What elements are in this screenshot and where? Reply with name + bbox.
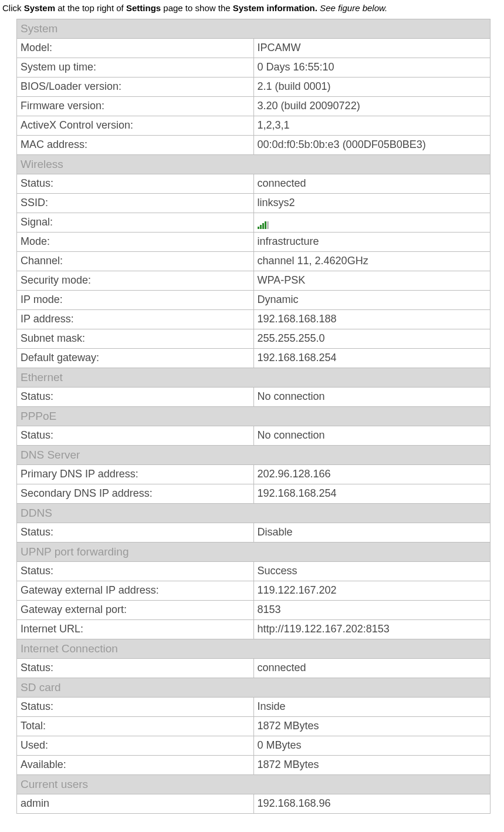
row-label: Internet URL: xyxy=(17,620,254,639)
row-label: ActiveX Control version: xyxy=(17,116,254,136)
row-label: Available: xyxy=(17,756,254,775)
row-value: Dynamic xyxy=(253,291,491,310)
instruction-bold3: System information. xyxy=(233,3,317,13)
row-label: Channel: xyxy=(17,252,254,271)
row-label: Status: xyxy=(17,562,254,581)
row-label: Secondary DNS IP address: xyxy=(17,484,254,504)
row-value: 1,2,3,1 xyxy=(253,116,491,136)
row-value: connected xyxy=(253,659,491,678)
row-label: SSID: xyxy=(17,194,254,213)
section-header: Current users xyxy=(17,775,491,794)
row-value: 00:0d:f0:5b:0b:e3 (000DF05B0BE3) xyxy=(253,136,491,155)
section-header: Wireless xyxy=(17,155,491,174)
row-value: connected xyxy=(253,174,491,194)
instruction-bold1: System xyxy=(24,3,55,13)
row-value: 255.255.255.0 xyxy=(253,329,491,349)
row-label: Signal: xyxy=(17,213,254,233)
section-header: SD card xyxy=(17,678,491,698)
row-value: IPCAMW xyxy=(253,39,491,58)
row-label: Model: xyxy=(17,39,254,58)
system-info-table: SystemModel:IPCAMWSystem up time:0 Days … xyxy=(16,19,491,814)
row-label: Mode: xyxy=(17,233,254,252)
row-value: 192.168.168.254 xyxy=(253,349,491,368)
row-value: http://119.122.167.202:8153 xyxy=(253,620,491,639)
row-value: 8153 xyxy=(253,601,491,620)
section-header: UPNP port forwarding xyxy=(17,543,491,562)
row-label: Total: xyxy=(17,717,254,736)
row-value: 202.96.128.166 xyxy=(253,465,491,484)
instruction-prefix: Click xyxy=(2,3,24,13)
row-value: linksys2 xyxy=(253,194,491,213)
row-value: 192.168.168.96 xyxy=(253,794,491,814)
row-label: Status: xyxy=(17,698,254,717)
row-label: Status: xyxy=(17,426,254,446)
row-label: admin xyxy=(17,794,254,814)
system-info-table-wrap: SystemModel:IPCAMWSystem up time:0 Days … xyxy=(16,19,491,814)
row-label: BIOS/Loader version: xyxy=(17,78,254,97)
instruction-bold2: Settings xyxy=(126,3,161,13)
row-value: 1872 MBytes xyxy=(253,756,491,775)
row-value xyxy=(253,213,491,233)
row-value: No connection xyxy=(253,388,491,407)
signal-strength-icon xyxy=(258,216,269,224)
row-label: MAC address: xyxy=(17,136,254,155)
row-label: Firmware version: xyxy=(17,97,254,116)
row-value: 0 Days 16:55:10 xyxy=(253,58,491,78)
page-container: Click System at the top right of Setting… xyxy=(0,0,504,832)
row-value: No connection xyxy=(253,426,491,446)
row-value: 0 MBytes xyxy=(253,736,491,756)
row-value: 3.20 (build 20090722) xyxy=(253,97,491,116)
instruction-italic: See figure below. xyxy=(317,3,387,13)
row-label: IP mode: xyxy=(17,291,254,310)
instruction-mid1: at the top right of xyxy=(55,3,126,13)
section-header: DDNS xyxy=(17,504,491,523)
row-value: 192.168.168.254 xyxy=(253,484,491,504)
row-label: Status: xyxy=(17,174,254,194)
row-label: Security mode: xyxy=(17,271,254,291)
row-label: Status: xyxy=(17,523,254,543)
row-value: Success xyxy=(253,562,491,581)
row-value: 2.1 (build 0001) xyxy=(253,78,491,97)
section-header: PPPoE xyxy=(17,407,491,426)
row-label: Used: xyxy=(17,736,254,756)
section-header: System xyxy=(17,19,491,39)
row-value: WPA-PSK xyxy=(253,271,491,291)
row-value: channel 11, 2.4620GHz xyxy=(253,252,491,271)
row-label: Gateway external port: xyxy=(17,601,254,620)
row-value: 1872 MBytes xyxy=(253,717,491,736)
instruction-mid2: page to show the xyxy=(161,3,233,13)
row-value: infrastructure xyxy=(253,233,491,252)
row-label: Status: xyxy=(17,659,254,678)
row-label: System up time: xyxy=(17,58,254,78)
row-label: Default gateway: xyxy=(17,349,254,368)
row-label: Gateway external IP address: xyxy=(17,581,254,601)
row-value: Disable xyxy=(253,523,491,543)
section-header: Ethernet xyxy=(17,368,491,388)
row-label: Subnet mask: xyxy=(17,329,254,349)
row-value: 192.168.168.188 xyxy=(253,310,491,329)
instruction-text: Click System at the top right of Setting… xyxy=(0,3,504,19)
row-value: 119.122.167.202 xyxy=(253,581,491,601)
row-label: IP address: xyxy=(17,310,254,329)
row-value: Inside xyxy=(253,698,491,717)
section-header: DNS Server xyxy=(17,446,491,465)
row-label: Status: xyxy=(17,388,254,407)
section-header: Internet Connection xyxy=(17,639,491,659)
row-label: Primary DNS IP address: xyxy=(17,465,254,484)
